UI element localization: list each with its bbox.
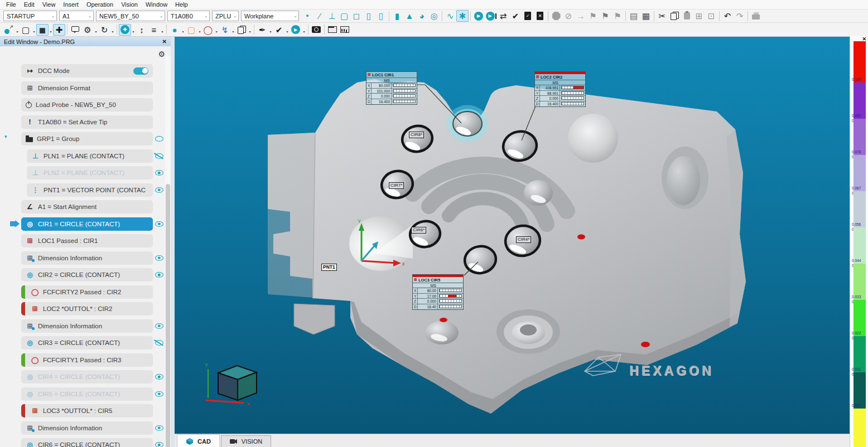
view-wireframe-dropdown[interactable]: ▾ — [32, 30, 36, 33]
gear-icon[interactable]: ⚙ — [158, 50, 165, 59]
rotate-view-icon[interactable]: ↻ — [98, 24, 110, 36]
cylinder-feature-icon[interactable]: ▮ — [391, 10, 403, 22]
execute-icon[interactable]: ▶ — [290, 24, 302, 36]
tree-item-dcc-mode[interactable]: ↦DCC Mode — [21, 64, 153, 77]
probe-qualify-dropdown[interactable]: ▾ — [15, 30, 20, 33]
workplane-combo[interactable]: ZPLUS⌄ — [212, 11, 239, 21]
tree-item-cir1[interactable]: ◎CIR1 = CIRCLE (CONTACT) — [21, 217, 153, 231]
probe-builder-icon[interactable]: ✒ — [256, 24, 268, 36]
torus-feature-icon[interactable]: ◎ — [428, 10, 440, 22]
window-layout-dropdown[interactable]: ▾ — [248, 30, 252, 33]
view-wireframe-icon[interactable]: ▢ — [20, 24, 32, 36]
marker-set-icon[interactable]: ⚑ — [587, 10, 599, 22]
eye-visible-icon[interactable] — [155, 272, 163, 278]
feature-strategy-dropdown[interactable]: ▾ — [160, 30, 165, 33]
feature-tag-cir6[interactable]: CIR6* — [411, 227, 426, 234]
feature-strategy-icon[interactable]: ≡ — [148, 24, 160, 36]
tree-item-a1[interactable]: ∠A1 = Start Alignment — [21, 200, 153, 213]
workplane-mode-combo[interactable]: Workplane⌄ — [241, 11, 299, 21]
line-feature-icon[interactable]: ∕ — [314, 10, 326, 22]
vector-probe-icon[interactable]: ↕ — [136, 24, 148, 36]
tree-item-cir3[interactable]: ◎CIR3 = CIRCLE (CONTACT) — [21, 336, 153, 349]
tree-item-loc3[interactable]: ⊞LOC3 *OUTTOL* : CIR5 — [21, 404, 153, 417]
eye-visible-icon[interactable] — [155, 374, 163, 380]
feature-tag-pnt1[interactable]: PNT1 — [321, 264, 337, 271]
report-chart-icon[interactable] — [339, 24, 351, 36]
confirm-icon[interactable]: ✔ — [273, 24, 285, 36]
execute-from-cursor-icon[interactable]: ▶ — [485, 10, 497, 22]
sphere-tool-icon[interactable]: ● — [168, 24, 181, 36]
continue-execution-icon[interactable]: → — [575, 10, 587, 22]
stop-execution-icon[interactable] — [550, 10, 562, 22]
feature-tag-cir4[interactable]: CIR4* — [516, 236, 531, 243]
eye-hidden-icon[interactable] — [155, 340, 163, 346]
scrollbar-thumb[interactable] — [166, 184, 170, 447]
pan-view-icon[interactable]: ✚ — [119, 24, 131, 36]
menu-view[interactable]: View — [38, 1, 60, 8]
navigation-cube[interactable]: Y X — [205, 362, 257, 407]
view-fit-icon[interactable]: ✚ — [53, 24, 65, 36]
tree-item-cir4[interactable]: ◎CIR4 = CIRCLE (CONTACT) — [21, 370, 153, 383]
probe-readout-icon[interactable] — [326, 24, 339, 36]
confirm-dropdown[interactable]: ▾ — [285, 30, 290, 33]
tab-cad[interactable]: CAD — [177, 434, 220, 447]
edit-window-titlebar[interactable]: Edit Window - Demo.PRG ✕ — [0, 37, 171, 46]
dcc-mode-toggle[interactable] — [133, 67, 148, 75]
eye-visible-icon[interactable] — [155, 442, 163, 447]
circle-cir1-selected[interactable] — [449, 108, 486, 140]
eye-hidden-icon[interactable] — [155, 153, 163, 159]
plane-feature-icon[interactable]: ⊥ — [326, 10, 338, 22]
gage-circle-dropdown[interactable]: ▾ — [214, 30, 219, 33]
marker-goto-icon[interactable]: ⚑ — [599, 10, 611, 22]
snapshot-icon[interactable] — [310, 24, 322, 36]
eye-visible-icon[interactable] — [155, 221, 163, 227]
tree-item-loc2[interactable]: ⊞LOC2 *OUTTOL* : CIR2 — [21, 302, 153, 315]
tree-item-pnt1[interactable]: ⋮PNT1 = VECTOR POINT (CONTAC — [27, 183, 153, 197]
pattern-icon[interactable]: ⊡ — [705, 10, 717, 22]
panel-scrollbar[interactable] — [165, 56, 171, 447]
quick-feature-dropdown[interactable]: ▾ — [231, 30, 235, 33]
tree-item-grp1[interactable]: GRP1 = Group — [21, 132, 153, 145]
probe-builder-dropdown[interactable]: ▾ — [268, 30, 273, 33]
tree-item-pln1[interactable]: ⊥PLN1 = PLANE (CONTACT) — [27, 149, 153, 163]
curve-feature-icon[interactable]: ∿ — [444, 10, 456, 22]
gage-slot-dropdown[interactable]: ▾ — [197, 30, 202, 33]
sphere-tool-dropdown[interactable]: ▾ — [181, 30, 185, 33]
menu-insert[interactable]: Insert — [59, 1, 83, 8]
gage-circle-icon[interactable]: ◯ — [202, 24, 214, 36]
eye-visible-icon[interactable] — [155, 391, 163, 397]
cut-icon[interactable]: ✂ — [656, 10, 668, 22]
tree-item-cir5[interactable]: ◎CIR5 = CIRCLE (CONTACT) — [21, 387, 153, 401]
tree-item-fcfcirty2[interactable]: ◯FCFCIRTY2 Passed : CIR2 — [21, 285, 153, 299]
probe-file-combo[interactable]: NEW5_BY_50⌄ — [96, 11, 165, 21]
window-layout-icon[interactable] — [235, 24, 248, 36]
report-view-icon[interactable]: ▤ — [628, 10, 640, 22]
panel-divider[interactable] — [171, 37, 175, 447]
redo-icon[interactable]: ↷ — [734, 10, 746, 22]
paste-special-icon[interactable]: ⊞ — [693, 10, 705, 22]
tree-item-loc1[interactable]: ⊞LOC1 Passed : CIR1 — [21, 234, 153, 247]
menu-file[interactable]: File — [2, 1, 20, 8]
ellipse-feature-icon[interactable]: ◻ — [350, 10, 363, 22]
optimization-icon[interactable]: ⚙ — [81, 24, 94, 36]
tree-item-cir6[interactable]: ◎CIR6 = CIRCLE (CONTACT) — [21, 438, 153, 447]
probe-qualify-icon[interactable] — [3, 24, 15, 36]
execute-feature-icon[interactable]: ✓ — [522, 10, 534, 22]
eye-visible-icon[interactable] — [155, 425, 163, 431]
accept-measure-icon[interactable]: ✔ — [509, 10, 522, 22]
cone-feature-icon[interactable]: ▲ — [403, 10, 416, 22]
menu-help[interactable]: Help — [171, 1, 192, 8]
execution-loop-icon[interactable]: ⇄ — [497, 10, 509, 22]
tree-item-set-tip[interactable]: !T1A0B0 = Set Active Tip — [21, 115, 153, 129]
pan-view-dropdown[interactable]: ▾ — [131, 30, 136, 33]
optimization-dropdown[interactable]: ▾ — [94, 30, 98, 33]
print-icon[interactable] — [750, 10, 762, 22]
execute-program-icon[interactable]: ▶ — [472, 10, 485, 22]
menu-window[interactable]: Window — [142, 1, 171, 8]
square-slot-feature-icon[interactable]: ▯ — [375, 10, 387, 22]
tab-vision[interactable]: VISION — [221, 435, 271, 447]
feature-tag-cir8[interactable]: CIR8* — [409, 132, 424, 138]
chevron-down-icon[interactable]: ▾ — [4, 134, 7, 139]
menu-operation[interactable]: Operation — [83, 1, 117, 8]
eye-visible-icon[interactable] — [155, 136, 163, 142]
